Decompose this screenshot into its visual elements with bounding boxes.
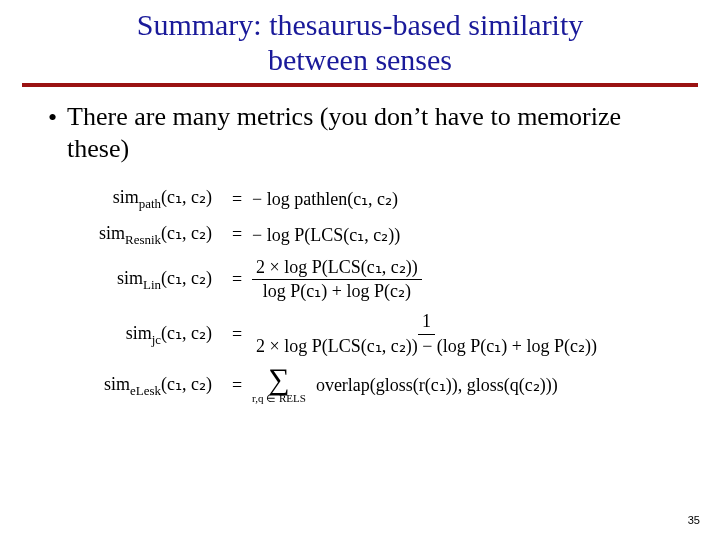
fraction: 1 2 × log P(LCS(c₁, c₂)) − (log P(c₁) + … bbox=[252, 312, 601, 357]
sum-lower-limit: r,q ∈ RELS bbox=[252, 393, 306, 404]
page-number: 35 bbox=[688, 514, 700, 526]
eq-lhs: simjc(c₁, c₂) bbox=[62, 322, 222, 348]
equals-sign: = bbox=[222, 189, 252, 210]
eq-sub: path bbox=[139, 196, 161, 211]
eq-name: sim bbox=[113, 187, 139, 207]
sum-body: overlap(gloss(r(c₁)), gloss(q(c₂))) bbox=[316, 374, 558, 396]
eq-sub: jc bbox=[152, 331, 161, 346]
equals-sign: = bbox=[222, 324, 252, 345]
summation: ∑ r,q ∈ RELS bbox=[252, 367, 306, 404]
bullet-item: • There are many metrics (you don’t have… bbox=[48, 101, 672, 164]
eq-args: (c₁, c₂) bbox=[161, 374, 212, 394]
eq-name: sim bbox=[99, 223, 125, 243]
eq-path: simpath(c₁, c₂) = − log pathlen(c₁, c₂) bbox=[62, 186, 720, 212]
denominator: 2 × log P(LCS(c₁, c₂)) − (log P(c₁) + lo… bbox=[252, 335, 601, 357]
equals-sign: = bbox=[222, 224, 252, 245]
equation-block: simpath(c₁, c₂) = − log pathlen(c₁, c₂) … bbox=[62, 186, 720, 403]
title-underline bbox=[22, 83, 698, 87]
eq-resnik: simResnik(c₁, c₂) = − log P(LCS(c₁, c₂)) bbox=[62, 222, 720, 248]
slide-title: Summary: thesaurus-based similarity betw… bbox=[0, 0, 720, 77]
sigma-icon: ∑ bbox=[268, 367, 289, 391]
equals-sign: = bbox=[222, 375, 252, 396]
eq-args: (c₁, c₂) bbox=[161, 223, 212, 243]
bullet-marker: • bbox=[48, 101, 57, 135]
eq-lhs: simeLesk(c₁, c₂) bbox=[62, 373, 222, 399]
eq-rhs: − log pathlen(c₁, c₂) bbox=[252, 188, 398, 210]
eq-lin: simLin(c₁, c₂) = 2 × log P(LCS(c₁, c₂)) … bbox=[62, 258, 720, 303]
eq-rhs: ∑ r,q ∈ RELS overlap(gloss(r(c₁)), gloss… bbox=[252, 367, 558, 404]
eq-name: sim bbox=[104, 374, 130, 394]
eq-name: sim bbox=[117, 268, 143, 288]
eq-elesk: simeLesk(c₁, c₂) = ∑ r,q ∈ RELS overlap(… bbox=[62, 367, 720, 404]
eq-sub: Resnik bbox=[125, 232, 161, 247]
eq-args: (c₁, c₂) bbox=[161, 187, 212, 207]
eq-args: (c₁, c₂) bbox=[161, 323, 212, 343]
eq-rhs: − log P(LCS(c₁, c₂)) bbox=[252, 224, 400, 246]
eq-jc: simjc(c₁, c₂) = 1 2 × log P(LCS(c₁, c₂))… bbox=[62, 312, 720, 357]
eq-name: sim bbox=[126, 323, 152, 343]
title-line-2: between senses bbox=[268, 43, 452, 76]
eq-sub: eLesk bbox=[130, 382, 161, 397]
eq-lhs: simResnik(c₁, c₂) bbox=[62, 222, 222, 248]
eq-args: (c₁, c₂) bbox=[161, 268, 212, 288]
bullet-list: • There are many metrics (you don’t have… bbox=[48, 101, 672, 164]
eq-sub: Lin bbox=[143, 277, 161, 292]
bullet-text: There are many metrics (you don’t have t… bbox=[67, 101, 672, 164]
eq-rhs: 2 × log P(LCS(c₁, c₂)) log P(c₁) + log P… bbox=[252, 258, 422, 303]
numerator: 1 bbox=[418, 312, 435, 335]
denominator: log P(c₁) + log P(c₂) bbox=[259, 280, 415, 302]
title-line-1: Summary: thesaurus-based similarity bbox=[137, 8, 584, 41]
eq-rhs: 1 2 × log P(LCS(c₁, c₂)) − (log P(c₁) + … bbox=[252, 312, 601, 357]
equals-sign: = bbox=[222, 269, 252, 290]
eq-lhs: simLin(c₁, c₂) bbox=[62, 267, 222, 293]
fraction: 2 × log P(LCS(c₁, c₂)) log P(c₁) + log P… bbox=[252, 258, 422, 303]
eq-lhs: simpath(c₁, c₂) bbox=[62, 186, 222, 212]
numerator: 2 × log P(LCS(c₁, c₂)) bbox=[252, 258, 422, 281]
